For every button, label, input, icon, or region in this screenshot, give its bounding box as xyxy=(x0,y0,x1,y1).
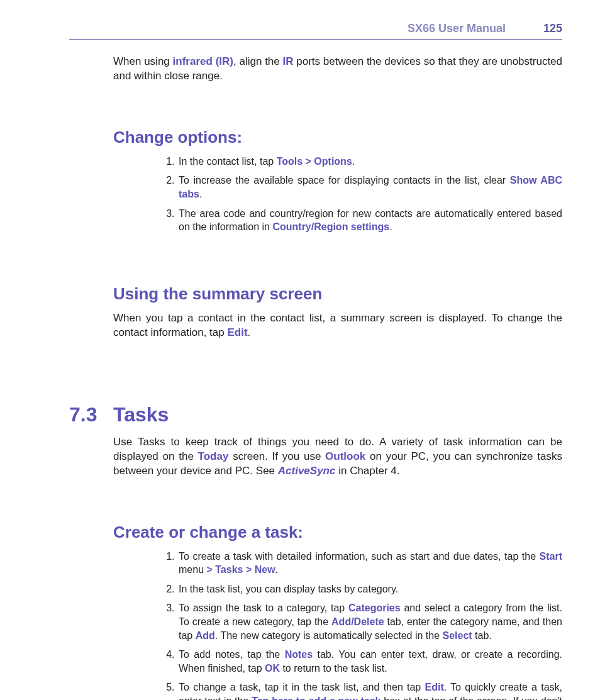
text: . xyxy=(199,189,202,199)
page: SX66 User Manual 125 When using infrared… xyxy=(0,0,600,700)
text: to return to the task list. xyxy=(280,663,387,674)
page-header: SX66 User Manual 125 xyxy=(69,22,562,40)
emph-tasks-new: > Tasks > New xyxy=(206,564,275,575)
heading-change-options: Change options: xyxy=(113,128,562,147)
heading-tasks: Tasks xyxy=(113,403,169,426)
text: . xyxy=(275,564,278,575)
text: . xyxy=(248,326,251,338)
emph-today: Today xyxy=(198,450,229,462)
text: In the contact list, tap xyxy=(179,156,277,167)
text: in Chapter 4. xyxy=(335,465,399,477)
emph-edit: Edit xyxy=(425,682,443,692)
content: When using infrared (IR), align the IR p… xyxy=(113,55,562,700)
text: screen. If you use xyxy=(228,450,325,462)
list-item: To add notes, tap the Notes tab. You can… xyxy=(177,648,562,675)
text: To assign the task to a category, tap xyxy=(179,603,348,613)
text: , align the xyxy=(233,55,283,67)
heading-create-change-task: Create or change a task: xyxy=(113,523,562,542)
emph-start: Start xyxy=(540,551,562,562)
header-title: SX66 User Manual xyxy=(408,22,506,35)
change-options-list: In the contact list, tap Tools > Options… xyxy=(113,155,562,234)
emph-notes: Notes xyxy=(285,649,313,660)
emph-country-region-settings: Country/Region settings xyxy=(272,221,389,232)
page-number: 125 xyxy=(543,22,562,35)
list-item: In the task list, you can display tasks … xyxy=(177,582,562,596)
text: . The new category is automatically sele… xyxy=(215,630,443,641)
emph-ok: OK xyxy=(265,663,280,674)
heading-number: 7.3 xyxy=(69,403,113,426)
list-item: To create a task with detailed informati… xyxy=(177,550,562,577)
list-item: To increase the available space for disp… xyxy=(177,174,562,201)
list-item: To change a task, tap it in the task lis… xyxy=(177,681,562,700)
emph-activesync: ActiveSync xyxy=(278,465,336,477)
heading-tasks-row: 7.3 Tasks xyxy=(69,403,562,426)
text: When using xyxy=(113,55,173,67)
text: . xyxy=(389,221,392,232)
emph-categories: Categories xyxy=(348,603,401,613)
text: tab. xyxy=(472,630,492,641)
emph-edit: Edit xyxy=(227,326,247,338)
create-change-task-list: To create a task with detailed informati… xyxy=(113,550,562,700)
text: To add notes, tap the xyxy=(179,649,285,660)
emph-add-delete: Add/Delete xyxy=(331,616,384,627)
text: To increase the available space for disp… xyxy=(179,175,510,186)
emph-tools-options: Tools > Options xyxy=(277,156,352,167)
text: When you tap a contact in the contact li… xyxy=(113,312,562,338)
emph-infrared: infrared (IR) xyxy=(173,55,233,67)
summary-paragraph: When you tap a contact in the contact li… xyxy=(113,311,562,340)
emph-select: Select xyxy=(442,630,472,641)
emph-outlook: Outlook xyxy=(325,450,365,462)
emph-ir: IR xyxy=(283,55,294,67)
text: . xyxy=(352,156,355,167)
text: To create a task with detailed informati… xyxy=(179,551,540,562)
text: To change a task, tap it in the task lis… xyxy=(179,682,425,692)
intro-paragraph: When using infrared (IR), align the IR p… xyxy=(113,55,562,84)
list-item: In the contact list, tap Tools > Options… xyxy=(177,155,562,169)
text: In the task list, you can display tasks … xyxy=(179,584,398,594)
emph-add: Add xyxy=(196,630,215,641)
list-item: To assign the task to a category, tap Ca… xyxy=(177,601,562,642)
text: menu xyxy=(179,564,206,575)
heading-summary-screen: Using the summary screen xyxy=(113,284,562,304)
tasks-paragraph: Use Tasks to keep track of things you ne… xyxy=(113,435,562,479)
list-item: The area code and country/region for new… xyxy=(177,207,562,234)
emph-tap-here-add-task: Tap here to add a new task xyxy=(252,696,381,700)
